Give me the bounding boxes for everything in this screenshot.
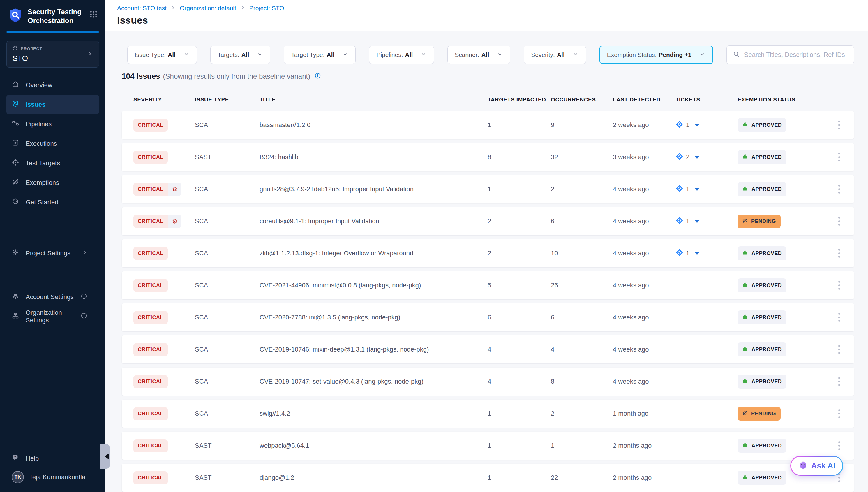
issue-title[interactable]: coreutils@9.1-1: Improper Input Validati… [260, 217, 488, 225]
filter-exemption-status[interactable]: Exemption Status: Pending +1 [600, 46, 713, 64]
sidebar-item-issues[interactable]: Issues [6, 95, 99, 114]
table-row[interactable]: CRITICAL SAST webpack@5.64.1 1 1 2 month… [122, 432, 854, 460]
info-icon[interactable] [310, 72, 321, 80]
caret-down-icon[interactable] [694, 188, 700, 191]
issue-title[interactable]: zlib@1:1.2.13.dfsg-1: Integer Overflow o… [260, 249, 488, 257]
caret-down-icon[interactable] [694, 252, 700, 255]
status-label: APPROVED [752, 315, 782, 321]
issue-title[interactable]: CVE-2020-7788: ini@1.3.5 (lang-pkgs, nod… [260, 314, 488, 321]
row-menu-button[interactable] [836, 407, 842, 420]
filter-value: All [168, 51, 176, 58]
sidebar-collapse-handle[interactable] [100, 444, 110, 469]
row-menu-button[interactable] [836, 375, 842, 388]
exemption-status-cell: APPROVED [737, 246, 825, 260]
ticket-link[interactable]: 1 [676, 184, 737, 194]
project-selector[interactable]: PROJECT STO [6, 41, 99, 68]
severity-label: CRITICAL [133, 215, 168, 228]
breadcrumb-link[interactable]: Account: STO test [117, 5, 166, 12]
header-accent-line [6, 31, 99, 33]
thumbs-up-icon [742, 153, 748, 161]
caret-down-icon[interactable] [694, 156, 700, 159]
severity-label: CRITICAL [133, 375, 168, 388]
column-header: TARGETS IMPACTED [488, 97, 551, 103]
sidebar-item-test-targets[interactable]: Test Targets [6, 153, 99, 173]
status-label: APPROVED [752, 282, 782, 289]
ask-ai-button[interactable]: Ask AI [790, 456, 843, 476]
caret-down-icon[interactable] [694, 124, 700, 127]
table-row[interactable]: CRITICAL SCA gnutls28@3.7.9-2+deb12u5: I… [122, 175, 854, 203]
targets-impacted-cell: 4 [488, 346, 551, 353]
breadcrumb-link[interactable]: Organization: default [180, 5, 236, 12]
filter-target-type[interactable]: Target Type: All [284, 46, 356, 64]
sidebar-item-executions[interactable]: Executions [6, 134, 99, 153]
info-icon[interactable] [80, 312, 94, 321]
sidebar-item-organization-settings[interactable]: Organization Settings [6, 306, 99, 326]
table-row[interactable]: CRITICAL SCA CVE-2021-44906: minimist@0.… [122, 271, 854, 299]
table-row[interactable]: CRITICAL SAST B324: hashlib 8 32 3 weeks… [122, 143, 854, 171]
search-input[interactable] [744, 51, 848, 58]
sidebar-item-account-settings[interactable]: Account Settings [6, 287, 99, 306]
filter-value: All [405, 51, 413, 58]
table-row[interactable]: CRITICAL SCA zlib@1:1.2.13.dfsg-1: Integ… [122, 239, 854, 267]
row-menu-button[interactable] [836, 247, 842, 260]
issue-title[interactable]: swig//1.4.2 [260, 410, 488, 417]
ticket-link[interactable]: 1 [676, 120, 737, 130]
table-row[interactable]: CRITICAL SAST django@1.2 1 22 2 months a… [122, 464, 854, 492]
filter-pipelines[interactable]: Pipelines: All [369, 46, 434, 64]
filter-severity[interactable]: Severity: All [524, 46, 586, 64]
issue-title[interactable]: django@1.2 [260, 474, 488, 482]
caret-down-icon[interactable] [694, 220, 700, 223]
user-menu[interactable]: TK Teja Kummarikuntla [0, 468, 105, 492]
table-body: CRITICAL SCA bassmaster//1.2.0 1 9 2 wee… [122, 111, 854, 492]
page-title: Issues [117, 15, 868, 26]
row-menu-button[interactable] [836, 311, 842, 324]
issue-title[interactable]: CVE-2019-10747: set-value@0.4.3 (lang-pk… [260, 378, 488, 385]
row-menu-button[interactable] [836, 215, 842, 228]
issue-type-cell: SCA [195, 378, 260, 385]
row-menu-button[interactable] [836, 118, 842, 132]
search-box[interactable] [727, 46, 854, 64]
issue-title[interactable]: B324: hashlib [260, 153, 488, 161]
row-menu-button[interactable] [836, 343, 842, 356]
issue-title[interactable]: CVE-2021-44906: minimist@0.0.8 (lang-pkg… [260, 281, 488, 289]
sidebar-item-exemptions[interactable]: Exemptions [6, 173, 99, 192]
targets-impacted-cell: 1 [488, 474, 551, 482]
issue-title[interactable]: gnutls28@3.7.9-2+deb12u5: Improper Input… [260, 186, 488, 193]
sidebar-item-project-settings[interactable]: Project Settings [6, 243, 99, 263]
sidebar-item-overview[interactable]: Overview [6, 75, 99, 95]
filter-scanner[interactable]: Scanner: All [447, 46, 510, 64]
filter-targets[interactable]: Targets: All [210, 46, 270, 64]
table-row[interactable]: CRITICAL SCA swig//1.4.2 1 2 1 month ago… [122, 400, 854, 427]
info-icon[interactable] [80, 293, 94, 301]
issue-title[interactable]: CVE-2019-10746: mixin-deep@1.3.1 (lang-p… [260, 346, 488, 353]
sidebar-item-help[interactable]: ? Help [6, 448, 99, 468]
row-menu-button[interactable] [836, 439, 842, 452]
breadcrumb-link[interactable]: Project: STO [249, 5, 284, 12]
table-row[interactable]: CRITICAL SCA CVE-2019-10747: set-value@0… [122, 368, 854, 395]
last-detected-cell: 4 weeks ago [613, 186, 676, 193]
ticket-link[interactable]: 1 [676, 249, 737, 258]
ticket-link[interactable]: 1 [676, 217, 737, 226]
issue-type-cell: SAST [195, 442, 260, 449]
issue-title[interactable]: bassmaster//1.2.0 [260, 121, 488, 129]
row-menu-button[interactable] [836, 279, 842, 292]
app-grid-icon[interactable] [89, 10, 98, 20]
filter-issue-type[interactable]: Issue Type: All [127, 46, 197, 64]
issue-type-cell: SCA [195, 217, 260, 225]
sidebar-item-get-started[interactable]: Get Started [6, 192, 99, 212]
last-detected-cell: 2 weeks ago [613, 121, 676, 129]
issues-summary: 104 Issues (Showing results only from th… [122, 72, 854, 81]
ticket-link[interactable]: 2 [676, 152, 737, 162]
status-label: APPROVED [752, 443, 782, 449]
row-menu-button[interactable] [836, 150, 842, 164]
row-menu-button[interactable] [836, 182, 842, 196]
table-row[interactable]: CRITICAL SCA CVE-2019-10746: mixin-deep@… [122, 336, 854, 364]
sidebar-item-label: Account Settings [26, 293, 74, 301]
table-row[interactable]: CRITICAL SCA bassmaster//1.2.0 1 9 2 wee… [122, 111, 854, 139]
sidebar-item-pipelines[interactable]: Pipelines [6, 114, 99, 134]
table-row[interactable]: CRITICAL SCA coreutils@9.1-1: Improper I… [122, 207, 854, 235]
severity-label: CRITICAL [133, 183, 168, 196]
table-row[interactable]: CRITICAL SCA CVE-2020-7788: ini@1.3.5 (l… [122, 303, 854, 331]
severity-badge: CRITICAL [133, 279, 168, 292]
issue-title[interactable]: webpack@5.64.1 [260, 442, 488, 449]
